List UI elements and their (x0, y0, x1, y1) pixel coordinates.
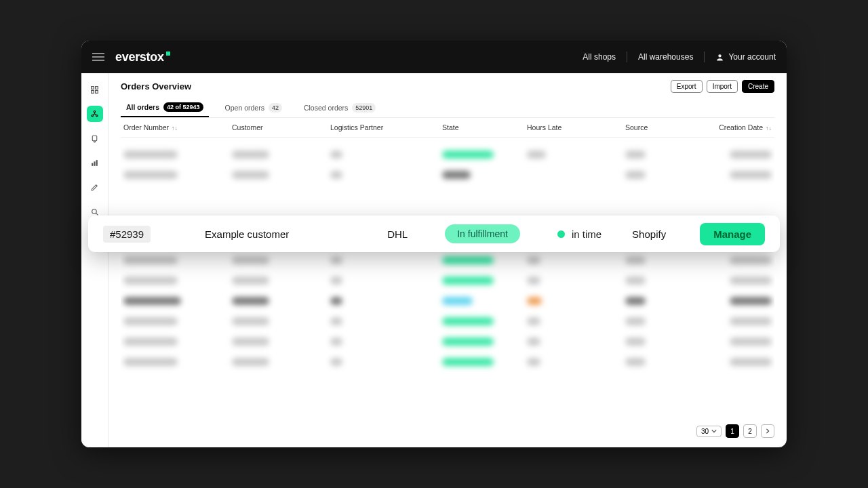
svg-rect-4 (96, 90, 98, 93)
col-source[interactable]: Source (625, 123, 700, 131)
col-order-number[interactable]: Order Number↑↓ (123, 123, 232, 131)
table-row (121, 270, 774, 291)
svg-rect-3 (92, 90, 94, 93)
tab-open-orders[interactable]: Open orders 42 (220, 98, 288, 117)
page-2-button[interactable]: 2 (743, 424, 757, 438)
tab-label: Open orders (225, 104, 264, 112)
tab-badge: 52901 (352, 103, 376, 113)
user-icon (715, 53, 724, 62)
tab-label: All orders (126, 103, 159, 111)
brand-logo: everstox (115, 50, 170, 64)
export-button[interactable]: Export (671, 80, 703, 93)
top-bar: everstox All shops All warehouses Your a… (81, 41, 787, 73)
svg-line-14 (96, 213, 98, 215)
source-label: Shopify (632, 228, 666, 240)
divider (627, 52, 627, 62)
table-row (121, 331, 774, 352)
tabs: All orders 42 of 52943 Open orders 42 Cl… (121, 98, 774, 118)
chevron-right-icon (765, 428, 770, 434)
brand-dot-icon (166, 52, 170, 56)
table-header: Order Number↑↓ Customer Logistics Partne… (121, 118, 774, 138)
top-bar-right: All shops All warehouses Your account (583, 52, 776, 62)
table-row (121, 144, 774, 165)
page-title: Orders Overview (121, 81, 191, 92)
sidebar-dashboard-icon[interactable] (87, 81, 103, 98)
warehouses-link[interactable]: All warehouses (638, 52, 693, 62)
page-size-value: 30 (701, 428, 709, 435)
customer-name: Example customer (205, 228, 289, 240)
svg-point-13 (92, 209, 97, 214)
left-sidebar (81, 73, 108, 447)
divider (704, 52, 705, 62)
state-badge: In fulfillment (445, 224, 520, 243)
table-row (121, 291, 774, 311)
table-body (121, 138, 774, 435)
highlighted-order-row[interactable]: #52939 Example customer DHL In fulfillme… (88, 216, 780, 252)
page-size-select[interactable]: 30 (696, 426, 722, 437)
table-row (121, 165, 774, 185)
svg-rect-8 (92, 136, 97, 141)
svg-point-0 (719, 54, 722, 57)
col-state[interactable]: State (442, 123, 527, 131)
logistics-partner: DHL (387, 228, 408, 240)
import-button[interactable]: Import (707, 80, 738, 93)
table-row (121, 311, 774, 331)
shops-link[interactable]: All shops (583, 52, 616, 62)
content-area: Orders Overview Export Import Create All… (108, 73, 787, 447)
tab-all-orders[interactable]: All orders 42 of 52943 (121, 98, 209, 117)
col-logistics[interactable]: Logistics Partner (330, 123, 442, 131)
col-creation-date[interactable]: Creation Date↑↓ (700, 123, 772, 131)
sidebar-orders-icon[interactable] (87, 106, 103, 122)
tab-badge: 42 (269, 103, 282, 113)
status-dot-icon (557, 230, 565, 238)
col-customer[interactable]: Customer (232, 123, 330, 131)
account-link[interactable]: Your account (715, 52, 776, 62)
next-page-button[interactable] (761, 424, 774, 438)
sidebar-fulfillment-icon[interactable] (87, 130, 103, 146)
table-row (121, 352, 774, 372)
svg-rect-11 (94, 161, 95, 166)
svg-point-9 (94, 140, 95, 142)
manage-button[interactable]: Manage (700, 223, 765, 245)
col-hours-late[interactable]: Hours Late (527, 123, 625, 131)
svg-rect-2 (96, 86, 98, 89)
chevron-down-icon (711, 428, 717, 434)
svg-rect-12 (96, 160, 98, 166)
brand-name: everstox (115, 50, 164, 64)
col-label: Creation Date (719, 123, 763, 131)
table-row (121, 250, 774, 270)
order-number-chip: #52939 (103, 226, 151, 243)
sort-icon: ↑↓ (766, 125, 772, 131)
timing-status: in time (557, 228, 601, 240)
create-button[interactable]: Create (742, 80, 774, 93)
sidebar-analytics-icon[interactable] (87, 155, 103, 171)
svg-rect-10 (92, 163, 93, 165)
account-label: Your account (728, 52, 776, 62)
sidebar-edit-icon[interactable] (87, 179, 103, 195)
tab-label: Closed orders (304, 104, 348, 112)
tab-closed-orders[interactable]: Closed orders 52901 (298, 98, 381, 117)
svg-point-5 (94, 110, 95, 112)
page-1-button[interactable]: 1 (726, 424, 739, 438)
svg-rect-1 (92, 86, 94, 89)
pagination: 30 1 2 (696, 424, 774, 438)
menu-icon[interactable] (92, 53, 104, 61)
timing-label: in time (572, 228, 601, 240)
col-label: Order Number (123, 123, 169, 131)
tab-badge: 42 of 52943 (163, 102, 203, 112)
sort-icon: ↑↓ (172, 125, 178, 131)
